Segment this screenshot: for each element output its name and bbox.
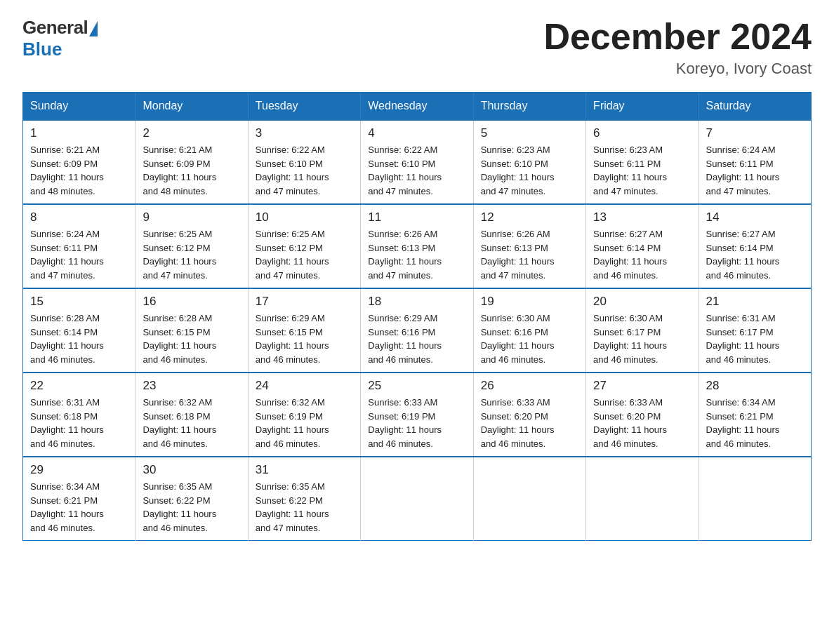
day-info: Sunrise: 6:29 AM Sunset: 6:16 PM Dayligh… [368, 311, 465, 366]
day-info: Sunrise: 6:31 AM Sunset: 6:17 PM Dayligh… [706, 311, 804, 366]
day-info: Sunrise: 6:28 AM Sunset: 6:14 PM Dayligh… [30, 311, 128, 366]
day-info: Sunrise: 6:27 AM Sunset: 6:14 PM Dayligh… [593, 227, 691, 282]
calendar-table: SundayMondayTuesdayWednesdayThursdayFrid… [22, 92, 812, 541]
day-info: Sunrise: 6:26 AM Sunset: 6:13 PM Dayligh… [481, 227, 578, 282]
day-info: Sunrise: 6:34 AM Sunset: 6:21 PM Dayligh… [706, 396, 804, 450]
day-info: Sunrise: 6:34 AM Sunset: 6:21 PM Dayligh… [30, 480, 128, 535]
day-cell [473, 457, 585, 541]
day-number: 24 [256, 379, 353, 393]
day-cell: 26Sunrise: 6:33 AM Sunset: 6:20 PM Dayli… [473, 373, 585, 457]
day-number: 25 [368, 379, 465, 393]
day-info: Sunrise: 6:35 AM Sunset: 6:22 PM Dayligh… [256, 480, 353, 535]
day-info: Sunrise: 6:32 AM Sunset: 6:19 PM Dayligh… [256, 396, 353, 450]
day-info: Sunrise: 6:22 AM Sunset: 6:10 PM Dayligh… [256, 143, 353, 198]
day-cell: 23Sunrise: 6:32 AM Sunset: 6:18 PM Dayli… [135, 373, 248, 457]
day-number: 4 [368, 126, 465, 140]
day-cell: 7Sunrise: 6:24 AM Sunset: 6:11 PM Daylig… [699, 120, 811, 204]
day-number: 11 [368, 210, 465, 224]
header-cell-wednesday: Wednesday [361, 93, 473, 121]
day-cell: 29Sunrise: 6:34 AM Sunset: 6:21 PM Dayli… [23, 457, 135, 541]
calendar-title: December 2024 [543, 17, 812, 57]
logo-general-text: General [22, 17, 88, 39]
day-info: Sunrise: 6:32 AM Sunset: 6:18 PM Dayligh… [143, 396, 240, 450]
day-number: 31 [256, 463, 353, 477]
week-row-2: 8Sunrise: 6:24 AM Sunset: 6:11 PM Daylig… [23, 204, 812, 288]
day-number: 8 [30, 210, 128, 224]
day-number: 17 [256, 295, 353, 309]
day-info: Sunrise: 6:24 AM Sunset: 6:11 PM Dayligh… [30, 227, 128, 282]
day-cell: 30Sunrise: 6:35 AM Sunset: 6:22 PM Dayli… [135, 457, 248, 541]
day-cell [699, 457, 811, 541]
day-cell [586, 457, 699, 541]
day-cell: 13Sunrise: 6:27 AM Sunset: 6:14 PM Dayli… [586, 204, 699, 288]
day-info: Sunrise: 6:23 AM Sunset: 6:10 PM Dayligh… [481, 143, 578, 198]
day-info: Sunrise: 6:29 AM Sunset: 6:15 PM Dayligh… [256, 311, 353, 366]
day-info: Sunrise: 6:26 AM Sunset: 6:13 PM Dayligh… [368, 227, 465, 282]
day-cell: 22Sunrise: 6:31 AM Sunset: 6:18 PM Dayli… [23, 373, 135, 457]
day-cell: 25Sunrise: 6:33 AM Sunset: 6:19 PM Dayli… [361, 373, 473, 457]
day-cell: 27Sunrise: 6:33 AM Sunset: 6:20 PM Dayli… [586, 373, 699, 457]
day-info: Sunrise: 6:30 AM Sunset: 6:17 PM Dayligh… [593, 311, 691, 366]
day-info: Sunrise: 6:33 AM Sunset: 6:20 PM Dayligh… [481, 396, 578, 450]
day-number: 3 [256, 126, 353, 140]
day-cell: 6Sunrise: 6:23 AM Sunset: 6:11 PM Daylig… [586, 120, 699, 204]
day-cell: 12Sunrise: 6:26 AM Sunset: 6:13 PM Dayli… [473, 204, 585, 288]
day-number: 14 [706, 210, 804, 224]
day-cell: 21Sunrise: 6:31 AM Sunset: 6:17 PM Dayli… [699, 288, 811, 373]
day-cell: 28Sunrise: 6:34 AM Sunset: 6:21 PM Dayli… [699, 373, 811, 457]
day-number: 13 [593, 210, 691, 224]
day-info: Sunrise: 6:21 AM Sunset: 6:09 PM Dayligh… [143, 143, 240, 198]
day-number: 21 [706, 295, 804, 309]
day-info: Sunrise: 6:25 AM Sunset: 6:12 PM Dayligh… [143, 227, 240, 282]
day-cell: 20Sunrise: 6:30 AM Sunset: 6:17 PM Dayli… [586, 288, 699, 373]
day-number: 28 [706, 379, 804, 393]
day-info: Sunrise: 6:33 AM Sunset: 6:19 PM Dayligh… [368, 396, 465, 450]
header-cell-friday: Friday [586, 93, 699, 121]
day-cell: 1Sunrise: 6:21 AM Sunset: 6:09 PM Daylig… [23, 120, 135, 204]
week-row-1: 1Sunrise: 6:21 AM Sunset: 6:09 PM Daylig… [23, 120, 812, 204]
day-number: 6 [593, 126, 691, 140]
day-number: 22 [30, 379, 128, 393]
day-cell: 19Sunrise: 6:30 AM Sunset: 6:16 PM Dayli… [473, 288, 585, 373]
day-cell: 8Sunrise: 6:24 AM Sunset: 6:11 PM Daylig… [23, 204, 135, 288]
day-info: Sunrise: 6:23 AM Sunset: 6:11 PM Dayligh… [593, 143, 691, 198]
day-number: 9 [143, 210, 240, 224]
day-number: 29 [30, 463, 128, 477]
week-row-4: 22Sunrise: 6:31 AM Sunset: 6:18 PM Dayli… [23, 373, 812, 457]
day-number: 27 [593, 379, 691, 393]
header-cell-saturday: Saturday [699, 93, 811, 121]
day-cell: 9Sunrise: 6:25 AM Sunset: 6:12 PM Daylig… [135, 204, 248, 288]
day-cell: 31Sunrise: 6:35 AM Sunset: 6:22 PM Dayli… [248, 457, 360, 541]
day-number: 7 [706, 126, 804, 140]
day-number: 2 [143, 126, 240, 140]
day-cell: 14Sunrise: 6:27 AM Sunset: 6:14 PM Dayli… [699, 204, 811, 288]
day-number: 30 [143, 463, 240, 477]
logo-triangle-icon [89, 21, 98, 36]
day-info: Sunrise: 6:31 AM Sunset: 6:18 PM Dayligh… [30, 396, 128, 450]
day-number: 16 [143, 295, 240, 309]
calendar-subtitle: Koreyo, Ivory Coast [543, 60, 812, 78]
day-info: Sunrise: 6:33 AM Sunset: 6:20 PM Dayligh… [593, 396, 691, 450]
day-cell: 15Sunrise: 6:28 AM Sunset: 6:14 PM Dayli… [23, 288, 135, 373]
week-row-3: 15Sunrise: 6:28 AM Sunset: 6:14 PM Dayli… [23, 288, 812, 373]
day-info: Sunrise: 6:30 AM Sunset: 6:16 PM Dayligh… [481, 311, 578, 366]
header-cell-thursday: Thursday [473, 93, 585, 121]
day-cell: 16Sunrise: 6:28 AM Sunset: 6:15 PM Dayli… [135, 288, 248, 373]
day-cell: 17Sunrise: 6:29 AM Sunset: 6:15 PM Dayli… [248, 288, 360, 373]
page-header: General Blue December 2024 Koreyo, Ivory… [22, 17, 812, 78]
day-info: Sunrise: 6:22 AM Sunset: 6:10 PM Dayligh… [368, 143, 465, 198]
title-block: December 2024 Koreyo, Ivory Coast [543, 17, 812, 78]
day-number: 1 [30, 126, 128, 140]
day-cell: 4Sunrise: 6:22 AM Sunset: 6:10 PM Daylig… [361, 120, 473, 204]
day-info: Sunrise: 6:21 AM Sunset: 6:09 PM Dayligh… [30, 143, 128, 198]
logo-blue-text: Blue [22, 39, 62, 60]
day-cell: 18Sunrise: 6:29 AM Sunset: 6:16 PM Dayli… [361, 288, 473, 373]
day-number: 23 [143, 379, 240, 393]
day-cell: 10Sunrise: 6:25 AM Sunset: 6:12 PM Dayli… [248, 204, 360, 288]
header-cell-tuesday: Tuesday [248, 93, 360, 121]
day-cell: 24Sunrise: 6:32 AM Sunset: 6:19 PM Dayli… [248, 373, 360, 457]
day-number: 5 [481, 126, 578, 140]
day-info: Sunrise: 6:27 AM Sunset: 6:14 PM Dayligh… [706, 227, 804, 282]
day-cell: 11Sunrise: 6:26 AM Sunset: 6:13 PM Dayli… [361, 204, 473, 288]
day-number: 18 [368, 295, 465, 309]
